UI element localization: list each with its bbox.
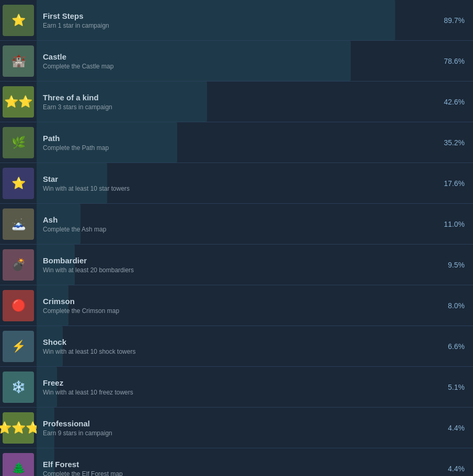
achievement-desc-professional: Earn 9 stars in campaign [43,429,430,437]
achievement-icon-elf-forest: 🌲 [0,448,37,477]
achievement-bar-area-path: PathComplete the Path map [37,122,436,162]
achievement-bar-area-shock: ShockWin with at least 10 shock towers [37,326,436,366]
achievement-icon-path: 🌿 [0,122,37,163]
achievement-icon-ash: 🗻 [0,204,37,245]
achievement-row[interactable]: 🌲Elf ForestComplete the Elf Forest map4.… [0,448,473,476]
icon-image-first-steps: ⭐ [3,5,34,36]
achievement-icon-star: ⭐ [0,163,37,204]
icon-image-three-of-a-kind: ⭐⭐ [3,86,34,118]
icon-image-castle: 🏰 [3,45,34,77]
progress-bar-bombardier [37,245,75,285]
icon-image-bombardier: 💣 [3,249,34,281]
achievement-desc-bombardier: Win with at least 20 bombardiers [43,266,430,274]
achievement-percent-crimson: 8.0% [436,301,473,310]
achievement-percent-first-steps: 89.7% [436,16,473,25]
achievement-bar-area-first-steps: First StepsEarn 1 star in campaign [37,0,436,40]
achievement-desc-crimson: Complete the Crimson map [43,307,430,315]
icon-image-crimson: 🔴 [3,290,34,321]
achievement-icon-first-steps: ⭐ [0,0,37,41]
achievement-bar-area-star: StarWin with at least 10 star towers [37,163,436,203]
achievement-percent-ash: 11.0% [436,220,473,228]
achievement-icon-castle: 🏰 [0,41,37,82]
icon-image-shock: ⚡ [3,331,34,362]
achievement-title-bombardier: Bombardier [43,256,430,265]
achievement-desc-shock: Win with at least 10 shock towers [43,348,430,355]
achievement-bar-area-bombardier: BombardierWin with at least 20 bombardie… [37,245,436,285]
achievement-desc-three-of-a-kind: Earn 3 stars in campaign [43,103,430,111]
achievement-bar-area-ash: AshComplete the Ash map [37,204,436,244]
achievement-icon-freez: ❄️ [0,367,37,408]
icon-image-freez: ❄️ [3,371,34,403]
achievement-row[interactable]: ⭐First StepsEarn 1 star in campaign89.7% [0,0,473,41]
achievement-percent-star: 17.6% [436,179,473,188]
achievement-title-path: Path [43,134,430,143]
achievement-row[interactable]: 💣BombardierWin with at least 20 bombardi… [0,245,473,285]
achievement-icon-three-of-a-kind: ⭐⭐ [0,82,37,122]
progress-bar-freez [37,367,57,407]
achievement-percent-path: 35.2% [436,138,473,147]
achievement-percent-castle: 78.6% [436,57,473,65]
achievement-percent-three-of-a-kind: 42.6% [436,98,473,106]
achievement-icon-crimson: 🔴 [0,285,37,326]
achievement-title-three-of-a-kind: Three of a kind [43,93,430,102]
progress-bar-professional [37,408,54,448]
progress-bar-three-of-a-kind [37,82,207,122]
progress-bar-star [37,163,107,203]
achievement-percent-shock: 6.6% [436,342,473,351]
achievement-icon-bombardier: 💣 [0,245,37,285]
progress-bar-path [37,122,177,162]
icon-image-professional: ⭐⭐⭐ [3,412,34,444]
achievement-title-freez: Freez [43,378,430,387]
achievement-title-shock: Shock [43,338,430,346]
progress-bar-ash [37,204,80,244]
achievement-title-crimson: Crimson [43,297,430,306]
progress-bar-crimson [37,285,68,326]
achievement-row[interactable]: 🔴CrimsonComplete the Crimson map8.0% [0,285,473,326]
achievement-icon-professional: ⭐⭐⭐ [0,408,37,448]
achievement-percent-bombardier: 9.5% [436,261,473,269]
achievement-bar-area-crimson: CrimsonComplete the Crimson map [37,285,436,326]
icon-image-star: ⭐ [3,168,34,199]
achievement-title-ash: Ash [43,215,430,224]
achievement-title-elf-forest: Elf Forest [43,460,430,469]
achievement-row[interactable]: 🏰CastleComplete the Castle map78.6% [0,41,473,82]
achievement-row[interactable]: ❄️FreezWin with at least 10 freez towers… [0,367,473,408]
achievement-title-professional: Professional [43,419,430,428]
achievement-bar-area-professional: ProfessionalEarn 9 stars in campaign [37,408,436,448]
icon-image-elf-forest: 🌲 [3,453,34,477]
achievement-desc-star: Win with at least 10 star towers [43,185,430,192]
achievement-bar-area-freez: FreezWin with at least 10 freez towers [37,367,436,407]
achievement-row[interactable]: ⭐⭐Three of a kindEarn 3 stars in campaig… [0,82,473,122]
progress-bar-first-steps [37,0,395,40]
achievement-desc-freez: Win with at least 10 freez towers [43,389,430,396]
achievement-bar-area-three-of-a-kind: Three of a kindEarn 3 stars in campaign [37,82,436,122]
achievement-row[interactable]: 🌿PathComplete the Path map35.2% [0,122,473,163]
icon-image-path: 🌿 [3,127,34,158]
achievement-desc-first-steps: Earn 1 star in campaign [43,22,430,29]
achievement-desc-elf-forest: Complete the Elf Forest map [43,470,430,477]
icon-image-ash: 🗻 [3,208,34,240]
progress-bar-shock [37,326,63,366]
achievement-desc-castle: Complete the Castle map [43,63,430,70]
achievement-desc-ash: Complete the Ash map [43,226,430,233]
achievement-percent-professional: 4.4% [436,424,473,432]
achievement-title-castle: Castle [43,52,430,61]
achievement-bar-area-elf-forest: Elf ForestComplete the Elf Forest map [37,448,436,476]
achievement-icon-shock: ⚡ [0,326,37,367]
achievement-desc-path: Complete the Path map [43,144,430,152]
achievement-title-star: Star [43,175,430,183]
achievement-title-first-steps: First Steps [43,11,430,20]
achievement-percent-elf-forest: 4.4% [436,465,473,473]
achievement-row[interactable]: ⚡ShockWin with at least 10 shock towers6… [0,326,473,367]
achievement-row[interactable]: ⭐⭐⭐ProfessionalEarn 9 stars in campaign4… [0,408,473,448]
progress-bar-castle [37,41,351,81]
achievement-list: ⭐First StepsEarn 1 star in campaign89.7%… [0,0,473,476]
achievement-percent-freez: 5.1% [436,383,473,391]
achievement-bar-area-castle: CastleComplete the Castle map [37,41,436,81]
achievement-row[interactable]: ⭐StarWin with at least 10 star towers17.… [0,163,473,204]
achievement-row[interactable]: 🗻AshComplete the Ash map11.0% [0,204,473,245]
